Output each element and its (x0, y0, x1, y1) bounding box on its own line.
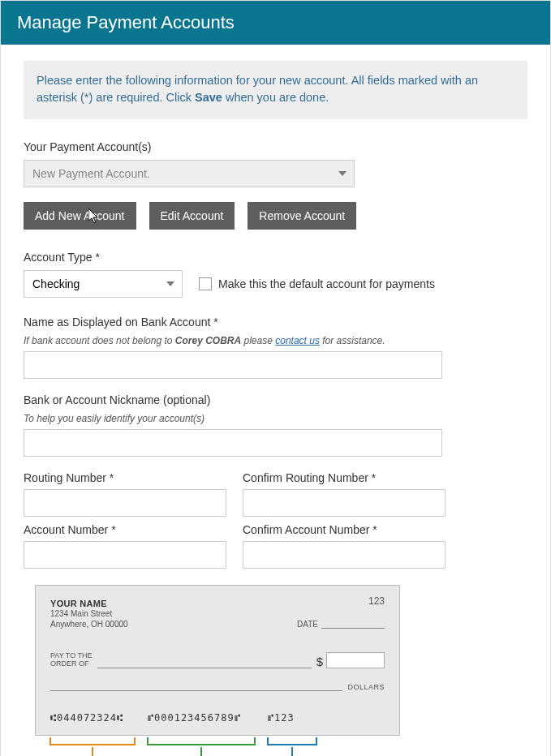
check-date-label: DATE (297, 620, 318, 629)
check-body: YOUR NAME 1234 Main Street Anywhere, OH … (35, 585, 400, 736)
confirm-account-col: Confirm Account Number * (243, 523, 446, 569)
account-label: Account Number * (24, 523, 226, 536)
accounts-label: Your Payment Account(s) (24, 140, 527, 153)
helper-mid: please (241, 335, 275, 346)
check-dollars-word: DOLLARS (347, 683, 385, 691)
nickname-group: Bank or Account Nickname (optional) To h… (24, 393, 527, 457)
page-container: Manage Payment Accounts Please enter the… (0, 0, 551, 756)
edit-account-button[interactable]: Edit Account (149, 202, 235, 230)
confirm-routing-col: Confirm Routing Number * (243, 471, 446, 517)
check-name: YOUR NAME (50, 599, 385, 608)
check-dollar-sign: $ (316, 655, 323, 668)
check-stems (35, 747, 400, 756)
bracket-routing (50, 737, 136, 745)
check-date-line: DATE (297, 620, 385, 629)
default-checkbox[interactable] (199, 277, 212, 290)
add-new-account-button[interactable]: Add New Account (24, 202, 136, 230)
check-routing-digits: ⑆044072324⑆ (50, 712, 136, 724)
account-type-row: Checking Make this the default account f… (24, 270, 527, 298)
bracket-check (267, 737, 317, 745)
account-col: Account Number * (24, 523, 226, 569)
check-account-digits: ⑈000123456789⑈ (148, 712, 256, 724)
display-name-helper: If bank account does not belong to Corey… (24, 335, 527, 346)
check-micr-row: ⑆044072324⑆ ⑈000123456789⑈ ⑈123 (50, 712, 385, 724)
helper-name: Corey COBRA (175, 335, 241, 346)
check-dollars-row: DOLLARS (50, 681, 385, 691)
default-checkbox-label: Make this the default account for paymen… (218, 277, 435, 290)
page-title: Manage Payment Accounts (1, 1, 550, 45)
accounts-select-wrap: New Payment Account. (24, 160, 355, 187)
display-name-input[interactable] (24, 351, 442, 379)
check-addr1: 1234 Main Street (50, 608, 385, 619)
account-type-label: Account Type * (24, 251, 527, 264)
check-illustration: YOUR NAME 1234 Main Street Anywhere, OH … (35, 585, 400, 756)
check-amount-box (326, 652, 385, 668)
stem-account-hold (147, 747, 256, 756)
remove-account-button[interactable]: Remove Account (248, 202, 356, 230)
accounts-select[interactable]: New Payment Account. (24, 160, 355, 187)
check-pay-label: PAY TO THE ORDER OF (50, 652, 93, 668)
account-type-select[interactable]: Checking (24, 270, 183, 298)
check-pay-row: PAY TO THE ORDER OF $ (50, 652, 385, 668)
account-input[interactable] (24, 541, 226, 569)
stem-routing (92, 747, 93, 756)
account-type-select-wrap: Checking (24, 270, 183, 298)
helper-prefix: If bank account does not belong to (24, 335, 175, 346)
confirm-account-input[interactable] (243, 541, 446, 569)
nickname-label: Bank or Account Nickname (optional) (24, 393, 527, 406)
bracket-account (147, 737, 256, 745)
stem-account (200, 747, 202, 756)
routing-label: Routing Number * (24, 471, 226, 484)
info-text-strong: Save (195, 91, 222, 104)
routing-col: Routing Number * (24, 471, 226, 517)
check-date-underline (321, 621, 385, 629)
stem-check-hold (267, 747, 317, 756)
helper-suffix: for assistance. (320, 335, 385, 346)
form-body: Please enter the following information f… (1, 45, 550, 756)
info-message: Please enter the following information f… (24, 61, 527, 119)
account-action-row: Add New Account Edit Account Remove Acco… (24, 202, 527, 230)
check-pay-underline (97, 659, 312, 668)
confirm-routing-input[interactable] (243, 489, 446, 517)
confirm-routing-label: Confirm Routing Number * (243, 471, 446, 484)
confirm-account-label: Confirm Account Number * (243, 523, 446, 536)
check-check-digits: ⑈123 (268, 712, 318, 724)
display-name-group: Name as Displayed on Bank Account * If b… (24, 316, 527, 379)
routing-input[interactable] (24, 489, 226, 517)
contact-us-link[interactable]: contact us (275, 335, 320, 346)
display-name-label: Name as Displayed on Bank Account * (24, 316, 527, 329)
nickname-input[interactable] (24, 429, 442, 457)
stem-check (291, 747, 293, 756)
info-text-suffix: when you are done. (222, 91, 329, 104)
stem-routing-hold (50, 747, 136, 756)
nickname-helper: To help you easily identify your account… (24, 413, 527, 424)
default-checkbox-row: Make this the default account for paymen… (199, 277, 435, 290)
check-brackets (35, 737, 400, 745)
add-new-account-label: Add New Account (35, 209, 125, 222)
check-number: 123 (368, 595, 385, 607)
routing-grid: Routing Number * Confirm Routing Number … (24, 471, 527, 569)
check-dollars-underline (50, 681, 342, 691)
